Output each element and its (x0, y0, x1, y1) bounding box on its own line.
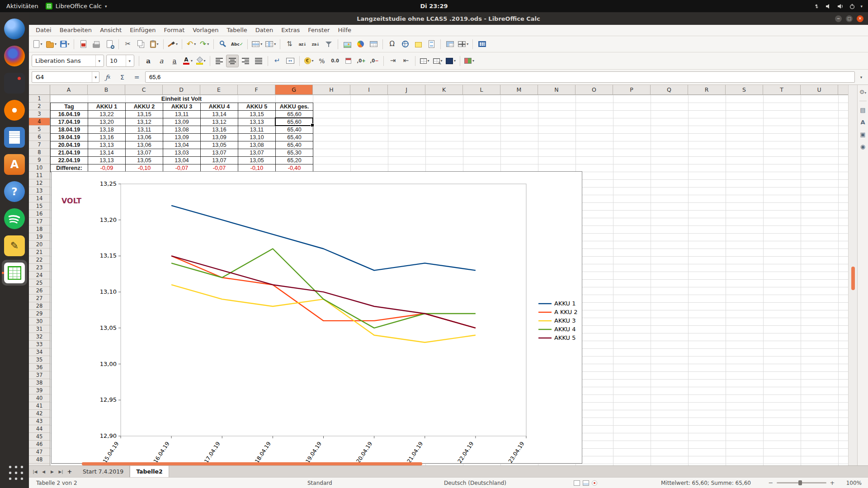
conditional-formatting-button[interactable]: ▾ (463, 55, 476, 67)
title-bar[interactable]: Langzeitstudie ohne LCAS5 .2019.ods - Li… (29, 12, 868, 25)
row-header-9[interactable]: 9 (29, 156, 50, 164)
cell[interactable]: 13,22 (88, 111, 126, 118)
dock-libreoffice-writer[interactable] (2, 124, 27, 150)
sidebar-navigator-icon[interactable]: ◉ (860, 143, 865, 150)
cell[interactable]: 13,05 (238, 157, 276, 164)
align-right-button[interactable] (239, 55, 252, 67)
dock-app-grid[interactable] (2, 458, 27, 484)
insert-comment-button[interactable] (412, 38, 425, 51)
cell[interactable]: AKKU 5 (238, 103, 276, 111)
sort-descending-button[interactable]: za↓ (309, 38, 322, 51)
justified-button[interactable] (252, 55, 265, 67)
merge-cells-button[interactable]: ↔ (284, 55, 297, 67)
print-preview-button[interactable] (103, 38, 116, 51)
freeze-rows-and-columns-button[interactable] (443, 38, 456, 51)
cell-selection-cursor[interactable] (275, 117, 313, 126)
column-header-I[interactable]: I (350, 85, 388, 94)
decrease-indent-button[interactable]: ⇤ (400, 55, 412, 67)
function-wizard-button[interactable]: ƒx (102, 71, 114, 83)
row-header-48[interactable]: 48 (29, 456, 50, 464)
borders-button[interactable]: ▾ (418, 55, 431, 67)
column-header-E[interactable]: E (200, 85, 238, 94)
last-sheet-button[interactable]: ▶| (57, 469, 65, 474)
row-header-40[interactable]: 40 (29, 394, 50, 402)
menu-vorlagen[interactable]: Vorlagen (189, 25, 222, 36)
row-header-47[interactable]: 47 (29, 448, 50, 456)
column-header-M[interactable]: M (500, 85, 538, 94)
row-header-2[interactable]: 2 (29, 103, 50, 110)
sum-button[interactable]: Σ (116, 71, 128, 83)
headers-and-footers-button[interactable] (425, 38, 438, 51)
column-header-O[interactable]: O (576, 85, 613, 94)
row-header-5[interactable]: 5 (29, 126, 50, 133)
row-header-14[interactable]: 14 (29, 195, 50, 202)
selection-mode-icon[interactable] (583, 480, 589, 486)
zoom-level[interactable]: 100% (846, 478, 862, 488)
row-header-7[interactable]: 7 (29, 141, 50, 149)
cell[interactable]: 13,13 (238, 118, 276, 126)
row-header-24[interactable]: 24 (29, 272, 50, 279)
column-header-D[interactable]: D (163, 85, 200, 94)
cell[interactable]: 13,14 (88, 149, 126, 157)
equals-button[interactable]: = (131, 71, 143, 83)
sidebar-styles-icon[interactable]: A (860, 119, 865, 126)
undo-button[interactable]: ↶▾ (185, 38, 198, 51)
cell[interactable]: 13,06 (126, 134, 163, 141)
row-header-11[interactable]: 11 (29, 172, 50, 179)
row-header-23[interactable]: 23 (29, 264, 50, 272)
zoom-slider-handle[interactable] (798, 480, 802, 485)
maximize-button[interactable]: □ (846, 15, 853, 22)
format-as-date-button[interactable] (342, 55, 354, 67)
format-as-number-button[interactable]: 0.0 (329, 55, 341, 67)
row-header-20[interactable]: 20 (29, 241, 50, 249)
zoom-slider-track[interactable] (777, 482, 826, 483)
clock[interactable]: Di 23:29 (0, 3, 868, 9)
cell[interactable]: 19.04.19 (51, 134, 88, 141)
first-sheet-button[interactable]: |◀ (31, 469, 39, 474)
row-header-16[interactable]: 16 (29, 210, 50, 218)
cell[interactable]: 16.04.19 (51, 111, 88, 118)
redo-button[interactable]: ↷▾ (198, 38, 211, 51)
row-header-19[interactable]: 19 (29, 233, 50, 241)
row-header-1[interactable]: 1 (29, 95, 50, 103)
column-header-R[interactable]: R (688, 85, 726, 94)
insert-image-button[interactable] (341, 38, 354, 51)
cell[interactable]: 13,15 (238, 111, 276, 118)
row-header-18[interactable]: 18 (29, 225, 50, 233)
menu-hilfe[interactable]: Hilfe (334, 25, 355, 36)
cell[interactable]: 13,12 (201, 118, 238, 126)
border-style-button[interactable]: ▾ (431, 55, 444, 67)
unit-title-cell[interactable]: Einheit ist Volt (50, 95, 313, 103)
column-header-A[interactable]: A (50, 85, 88, 94)
insert-pivot-table-button[interactable] (367, 38, 380, 51)
align-center-button[interactable] (226, 55, 239, 67)
dock-help[interactable] (2, 178, 27, 204)
cell[interactable]: 13,04 (163, 141, 201, 149)
clone-formatting-button[interactable]: ▾ (166, 38, 179, 51)
vertical-scrollbar-track[interactable] (848, 85, 857, 465)
column-header-J[interactable]: J (388, 85, 425, 94)
cell[interactable]: 13,09 (163, 134, 201, 141)
minimize-button[interactable]: − (835, 15, 842, 22)
column-header-Q[interactable]: Q (651, 85, 688, 94)
sheet-tab-tabelle2[interactable]: Tabelle2 (130, 466, 169, 477)
column-header-C[interactable]: C (125, 85, 163, 94)
open-button[interactable]: ▾ (45, 38, 58, 51)
cell[interactable]: 13,11 (238, 126, 276, 134)
dock-firefox[interactable] (2, 43, 27, 69)
cell[interactable]: 13,16 (88, 134, 126, 141)
row-header-44[interactable]: 44 (29, 425, 50, 433)
row-header-43[interactable]: 43 (29, 418, 50, 425)
print-button[interactable] (90, 38, 103, 51)
sort-button[interactable]: ⇅ (283, 38, 296, 51)
row-header-33[interactable]: 33 (29, 341, 50, 348)
cell[interactable]: 65,20 (276, 157, 313, 164)
copy-button[interactable] (135, 38, 147, 51)
column-header-P[interactable]: P (613, 85, 651, 94)
background-color-button[interactable]: ▾ (444, 55, 457, 67)
menu-datei[interactable]: Datei (32, 25, 56, 36)
menu-ansicht[interactable]: Ansicht (96, 25, 126, 36)
autofilter-button[interactable] (322, 38, 335, 51)
cell[interactable]: 13,09 (201, 134, 238, 141)
cell[interactable]: 13,12 (126, 118, 163, 126)
